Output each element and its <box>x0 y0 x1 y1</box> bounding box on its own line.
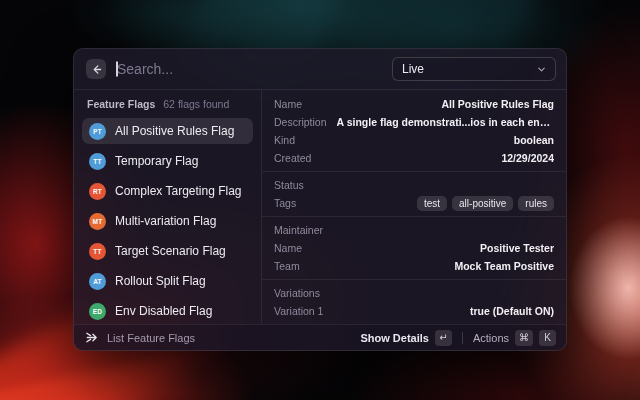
chevron-down-icon <box>537 65 546 74</box>
detail-row-kind: Kindboolean <box>274 131 554 149</box>
detail-value: 12/29/2024 <box>501 152 554 164</box>
detail-row-tags: Tagstestall-positiverules <box>274 194 554 212</box>
section-divider <box>262 216 566 217</box>
flag-list: PT All Positive Rules Flag TT Temporary … <box>82 118 253 324</box>
content-area: Feature Flags 62 flags found PT All Posi… <box>74 90 566 324</box>
detail-row-variation-1: Variation 1true (Default ON) <box>274 302 554 320</box>
detail-value: A single flag demonstrati...ios in each … <box>337 116 554 128</box>
action-bar: List Feature Flags Show Details ↵ Action… <box>74 324 566 350</box>
list-section-header: Feature Flags 62 flags found <box>82 96 253 118</box>
detail-row-name: NameAll Positive Rules Flag <box>274 95 554 113</box>
command-info: List Feature Flags <box>84 330 195 345</box>
actions-menu-button[interactable]: Actions <box>473 332 509 344</box>
detail-value: Mock Team Positive <box>454 260 554 272</box>
raycast-arrow-icon <box>84 330 99 345</box>
detail-label: Description <box>274 116 327 128</box>
detail-row-description: DescriptionA single flag demonstrati...i… <box>274 113 554 131</box>
flag-avatar: ED <box>89 303 106 320</box>
detail-label: Team <box>274 260 300 272</box>
flag-list-item[interactable]: PT All Positive Rules Flag <box>82 118 253 144</box>
detail-value: testall-positiverules <box>417 196 554 211</box>
detail-row-name: NamePositive Tester <box>274 239 554 257</box>
environment-dropdown[interactable]: Live <box>392 57 556 81</box>
launcher-window: Live Feature Flags 62 flags found PT All… <box>73 48 567 351</box>
back-button[interactable] <box>86 59 106 79</box>
detail-value: All Positive Rules Flag <box>441 98 554 110</box>
flag-list-item[interactable]: RT Complex Targeting Flag <box>82 178 253 204</box>
cmd-key-badge: ⌘ <box>515 330 533 346</box>
detail-row-variations: Variations <box>274 284 554 302</box>
detail-label: Variation 1 <box>274 305 323 317</box>
search-field-wrap <box>116 49 382 89</box>
flag-avatar: AT <box>89 273 106 290</box>
flag-list-item[interactable]: AT Rollout Split Flag <box>82 268 253 294</box>
arrow-left-icon <box>91 64 102 75</box>
detail-label: Tags <box>274 197 296 209</box>
tag-badge: all-positive <box>452 196 513 211</box>
search-input[interactable] <box>116 61 382 77</box>
flag-label: Rollout Split Flag <box>115 274 206 288</box>
show-details-action[interactable]: Show Details <box>360 332 428 344</box>
detail-label: Name <box>274 242 302 254</box>
tag-badge: rules <box>518 196 554 211</box>
detail-label: Maintainer <box>274 224 323 236</box>
result-count: 62 flags found <box>163 98 229 110</box>
flag-label: Target Scenario Flag <box>115 244 226 258</box>
flag-list-item[interactable]: MT Multi-variation Flag <box>82 208 253 234</box>
command-name: List Feature Flags <box>107 332 195 344</box>
detail-panel: NameAll Positive Rules FlagDescriptionA … <box>262 90 566 324</box>
flag-label: Multi-variation Flag <box>115 214 216 228</box>
detail-value: Positive Tester <box>480 242 554 254</box>
flag-avatar: MT <box>89 213 106 230</box>
detail-label: Kind <box>274 134 295 146</box>
detail-label: Name <box>274 98 302 110</box>
detail-value: boolean <box>514 134 554 146</box>
flag-avatar: PT <box>89 123 106 140</box>
dropdown-selected-value: Live <box>402 62 424 76</box>
detail-row-team: TeamMock Team Positive <box>274 257 554 275</box>
k-key-badge: K <box>539 330 556 346</box>
flag-avatar: TT <box>89 153 106 170</box>
flag-list-item[interactable]: TT Temporary Flag <box>82 148 253 174</box>
tag-badge: test <box>417 196 447 211</box>
detail-value: true (Default ON) <box>470 305 554 317</box>
detail-row-created: Created12/29/2024 <box>274 149 554 167</box>
search-header: Live <box>74 49 566 89</box>
shortcut-divider <box>462 332 463 344</box>
flag-list-item[interactable]: ED Env Disabled Flag <box>82 298 253 324</box>
flag-avatar: RT <box>89 183 106 200</box>
text-caret <box>116 62 118 77</box>
detail-row-status: Status <box>274 176 554 194</box>
detail-label: Status <box>274 179 304 191</box>
flag-list-item[interactable]: TT Target Scenario Flag <box>82 238 253 264</box>
flag-label: All Positive Rules Flag <box>115 124 234 138</box>
section-divider <box>262 171 566 172</box>
detail-row-maintainer: Maintainer <box>274 221 554 239</box>
list-section-title: Feature Flags <box>87 98 155 110</box>
detail-label: Created <box>274 152 311 164</box>
results-panel: Feature Flags 62 flags found PT All Posi… <box>74 90 261 324</box>
section-divider <box>262 279 566 280</box>
action-shortcuts: Show Details ↵ Actions ⌘ K <box>360 330 556 346</box>
flag-avatar: TT <box>89 243 106 260</box>
flag-label: Env Disabled Flag <box>115 304 212 318</box>
detail-label: Variations <box>274 287 320 299</box>
flag-label: Complex Targeting Flag <box>115 184 242 198</box>
flag-label: Temporary Flag <box>115 154 198 168</box>
enter-key-badge: ↵ <box>435 330 452 346</box>
